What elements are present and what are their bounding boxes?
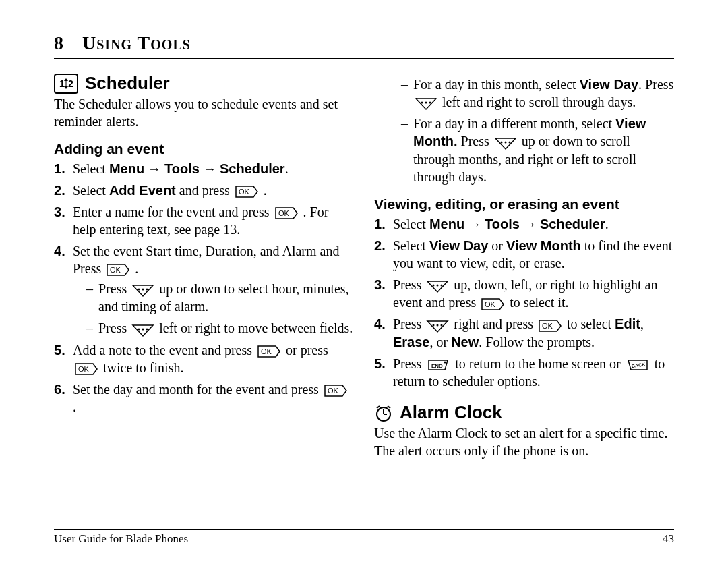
nav-key-icon [415, 96, 437, 111]
manual-page: 8Using Tools 1 2 Scheduler The Scheduler… [0, 0, 728, 566]
svg-text:END: END [431, 363, 443, 369]
svg-point-42 [441, 324, 443, 326]
back-key-icon: BACK [626, 358, 650, 372]
svg-point-17 [142, 328, 144, 330]
svg-point-47 [444, 362, 446, 364]
viewing-heading: Viewing, editing, or erasing an event [374, 196, 674, 213]
step-2: Select Add Event and press OK . [54, 181, 354, 199]
scheduler-intro: The Scheduler allows you to schedule eve… [54, 95, 354, 130]
svg-point-35 [437, 285, 439, 287]
nav-key-icon [131, 322, 154, 337]
ok-key-icon: OK [538, 319, 562, 333]
svg-point-40 [433, 324, 435, 326]
svg-text:OK: OK [278, 209, 290, 217]
vstep-4: Press right and press OK to select Edit,… [374, 315, 674, 350]
right-column: For a day in this month, select View Day… [374, 73, 674, 463]
step-4: Set the event Start time, Duration, and … [54, 242, 354, 337]
svg-marker-33 [427, 281, 448, 292]
ok-key-icon: OK [324, 384, 348, 397]
svg-point-32 [508, 141, 510, 143]
ok-key-icon: OK [235, 185, 259, 198]
adding-event-steps: Select Menu → Tools → Scheduler. Select … [54, 160, 354, 416]
nav-key-icon [426, 318, 449, 333]
clock-icon [374, 402, 393, 423]
step-4-sub-2: Press left or right to move between fiel… [86, 319, 354, 337]
svg-marker-29 [495, 138, 516, 149]
vstep-1: Select Menu → Tools → Scheduler. [374, 215, 674, 233]
scheduler-heading: 1 2 Scheduler [54, 73, 354, 94]
scheduler-title: Scheduler [85, 73, 170, 94]
svg-text:OK: OK [78, 365, 90, 373]
svg-text:BACK: BACK [631, 362, 645, 369]
ok-key-icon: OK [274, 206, 299, 220]
svg-text:OK: OK [261, 347, 272, 356]
svg-point-27 [425, 102, 427, 104]
svg-text:OK: OK [328, 387, 339, 395]
end-key-icon: END [426, 358, 450, 372]
ok-key-icon: OK [257, 345, 281, 358]
svg-point-18 [146, 328, 148, 330]
step-4-sublist: Press up or down to select hour, minutes… [86, 280, 354, 337]
vstep-2: Select View Day or View Month to find th… [374, 237, 674, 272]
page-number: 43 [663, 532, 674, 546]
svg-point-34 [433, 285, 435, 287]
cont-bullet-1: For a day in this month, select View Day… [401, 76, 674, 111]
svg-text:OK: OK [485, 300, 496, 308]
svg-point-12 [138, 289, 140, 291]
continued-sublist: For a day in this month, select View Day… [401, 76, 674, 186]
step-6: Set the day and month for the event and … [54, 380, 354, 416]
svg-text:2: 2 [68, 78, 73, 89]
svg-text:1: 1 [59, 78, 65, 89]
step-1: Select Menu → Tools → Scheduler. [54, 160, 354, 177]
ok-key-icon: OK [106, 263, 130, 277]
svg-point-41 [437, 324, 439, 326]
svg-point-31 [504, 141, 506, 143]
page-footer: User Guide for Blade Phones 43 [54, 529, 674, 546]
svg-line-54 [388, 406, 390, 408]
svg-marker-39 [427, 321, 448, 332]
svg-point-14 [146, 289, 148, 291]
svg-point-16 [138, 328, 140, 330]
adding-event-heading: Adding an event [54, 141, 354, 157]
svg-marker-25 [416, 98, 436, 109]
vstep-5: Press END to return to the home screen o… [374, 355, 674, 390]
cont-bullet-2: For a day in a different month, select V… [401, 115, 674, 185]
chapter-number: 8 [54, 32, 63, 54]
nav-key-icon [494, 136, 517, 150]
nav-key-icon [426, 279, 449, 293]
ok-key-icon: OK [481, 298, 505, 311]
alarm-clock-intro: Use the Alarm Clock to set an alert for … [374, 424, 674, 459]
step-4-sub-1: Press up or down to select hour, minutes… [86, 280, 354, 315]
svg-point-13 [142, 289, 144, 291]
svg-marker-15 [133, 325, 153, 336]
step-5: Add a note to the event and press OK or … [54, 341, 354, 376]
svg-point-28 [429, 102, 431, 104]
svg-point-26 [421, 102, 423, 104]
chapter-heading: 8Using Tools [54, 32, 674, 59]
vstep-3: Press up, down, left, or right to highli… [374, 276, 674, 311]
calendar-icon: 1 2 [54, 74, 78, 94]
svg-text:OK: OK [239, 188, 250, 196]
nav-key-icon [131, 283, 154, 298]
two-column-layout: 1 2 Scheduler The Scheduler allows you t… [54, 73, 674, 463]
svg-point-36 [441, 285, 443, 287]
svg-point-30 [500, 141, 502, 143]
svg-marker-11 [133, 285, 153, 296]
svg-text:OK: OK [110, 266, 121, 274]
alarm-clock-heading: Alarm Clock [374, 402, 674, 423]
step-3: Enter a name for the event and press OK … [54, 203, 354, 238]
left-column: 1 2 Scheduler The Scheduler allows you t… [54, 73, 354, 463]
footer-title: User Guide for Blade Phones [54, 532, 188, 546]
svg-text:OK: OK [542, 322, 553, 330]
svg-line-53 [377, 406, 380, 408]
chapter-title: Using Tools [82, 32, 191, 53]
alarm-clock-title: Alarm Clock [400, 402, 502, 423]
viewing-steps: Select Menu → Tools → Scheduler. Select … [374, 215, 674, 390]
ok-key-icon: OK [74, 362, 98, 376]
